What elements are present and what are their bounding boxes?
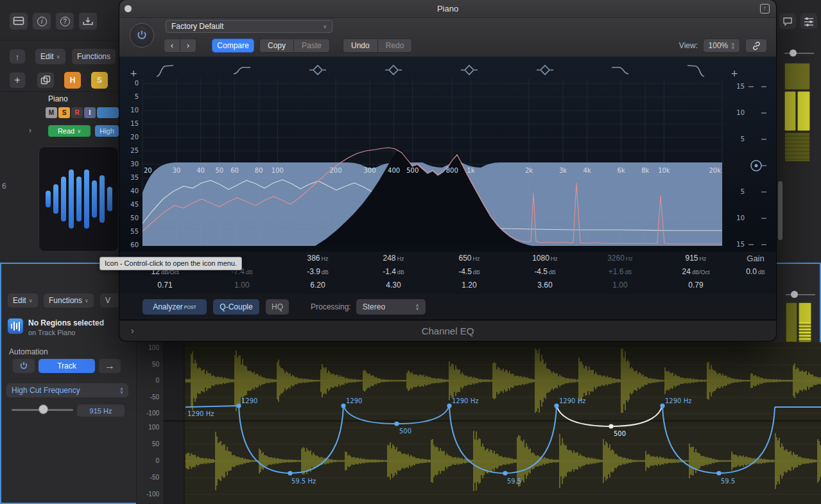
- automation-point[interactable]: [288, 471, 292, 475]
- band-frequency-value[interactable]: 915Hz: [661, 252, 731, 265]
- preset-dropdown[interactable]: Factory Default ∨: [166, 20, 333, 33]
- automation-power-toggle[interactable]: [13, 359, 35, 373]
- automation-point[interactable]: [236, 403, 241, 408]
- automation-point[interactable]: [609, 424, 613, 428]
- solo-button[interactable]: S: [58, 107, 70, 118]
- previous-preset-button[interactable]: ‹: [164, 39, 180, 52]
- edit-menu-button[interactable]: Edit ∨: [35, 49, 65, 64]
- audio-clip[interactable]: [799, 302, 811, 342]
- band-gain-value[interactable]: -3.9dB: [282, 265, 353, 279]
- mixer-button[interactable]: [800, 13, 818, 30]
- vertical-scrollbar[interactable]: [778, 181, 782, 240]
- view-controls: View: 100% ∧∨: [679, 39, 767, 53]
- track-header-extra-button[interactable]: [97, 107, 119, 118]
- add-band-icon[interactable]: +: [730, 68, 738, 78]
- media-browser-button[interactable]: [9, 12, 28, 30]
- functions-menu-button[interactable]: Functions: [72, 49, 116, 64]
- mute-button[interactable]: M: [46, 107, 57, 118]
- automation-lane-canvas[interactable]: 1290 Hz129059.5 Hz12905001290 Hz59.51290…: [163, 342, 821, 504]
- automation-param-pill[interactable]: High: [95, 125, 119, 137]
- band-q-value[interactable]: 1.20: [434, 279, 505, 292]
- band-gain-value[interactable]: -4.5dB: [510, 265, 580, 279]
- parameter-slider-knob[interactable]: [39, 404, 48, 414]
- band-frequency-value[interactable]: 1080Hz: [510, 252, 580, 265]
- redo-button[interactable]: Redo: [377, 39, 412, 52]
- paste-button[interactable]: Paste: [293, 39, 329, 52]
- automation-parameter-dropdown[interactable]: High Cut Frequency ∧∨: [6, 383, 128, 397]
- volume-slider-knob[interactable]: [791, 291, 798, 298]
- freq-tick-label: 3k: [559, 167, 567, 174]
- inspector-button[interactable]: i: [32, 12, 51, 30]
- solo-tracks-button[interactable]: S: [91, 72, 108, 89]
- toolbar-button[interactable]: [78, 12, 98, 30]
- band-frequency-value[interactable]: 3260Hz: [585, 252, 655, 265]
- track-volume-slider[interactable]: [786, 294, 815, 295]
- quick-help-button[interactable]: ?: [55, 12, 74, 30]
- automation-track-button[interactable]: Track: [39, 359, 95, 373]
- band-frequency-value[interactable]: 386Hz: [282, 252, 353, 265]
- plugin-titlebar[interactable]: Piano ↑: [119, 0, 776, 18]
- automation-point[interactable]: [660, 403, 664, 408]
- audio-clip[interactable]: [784, 91, 796, 131]
- duplicate-track-button[interactable]: [37, 72, 55, 89]
- eq-display[interactable]: 2030405060801002003004005008001k2k3k4k6k…: [119, 56, 776, 252]
- next-preset-button[interactable]: ›: [180, 39, 196, 52]
- automation-write-button[interactable]: →: [99, 359, 121, 373]
- automation-point[interactable]: [394, 421, 399, 426]
- input-monitor-button[interactable]: I: [84, 107, 96, 118]
- add-track-button[interactable]: +: [9, 72, 26, 89]
- band-gain-value[interactable]: -1.4dB: [358, 265, 429, 279]
- q-couple-button[interactable]: Q-Couple: [213, 299, 259, 315]
- copy-button[interactable]: Copy: [260, 39, 293, 52]
- band-q-value[interactable]: 6.20: [282, 279, 353, 292]
- band-q-value[interactable]: 3.60: [510, 279, 580, 292]
- audio-clip[interactable]: [784, 63, 810, 90]
- editor-view-menu-button[interactable]: V: [100, 293, 120, 308]
- band-gain-value[interactable]: -4.5dB: [434, 265, 505, 279]
- automation-mode-dropdown[interactable]: Read ∨: [48, 125, 91, 137]
- hide-tracks-button[interactable]: H: [64, 72, 81, 89]
- disclosure-icon[interactable]: ›: [29, 126, 31, 135]
- automation-point[interactable]: [341, 403, 345, 408]
- scroll-up-button[interactable]: ↑: [9, 49, 26, 64]
- track-icon-preview[interactable]: [39, 146, 119, 252]
- undo-button[interactable]: Undo: [343, 39, 377, 52]
- add-band-icon[interactable]: +: [130, 68, 137, 78]
- band-frequency-value[interactable]: 248Hz: [358, 252, 429, 265]
- ruler-label: 50: [152, 361, 159, 368]
- audio-clip[interactable]: [786, 302, 797, 342]
- band-q-value[interactable]: 1.00: [207, 279, 277, 292]
- hq-button[interactable]: HQ: [266, 299, 289, 315]
- band-q-value[interactable]: 0.79: [661, 279, 731, 292]
- band-frequency-value[interactable]: 650Hz: [434, 252, 505, 265]
- band-gain-value[interactable]: 24dB/Oct: [661, 265, 731, 279]
- footer-disclosure-icon[interactable]: ›: [131, 326, 134, 336]
- editor-edit-menu-button[interactable]: Edit ∨: [8, 293, 38, 308]
- audio-clip[interactable]: [784, 132, 810, 162]
- processing-dropdown[interactable]: Stereo ∧∨: [356, 299, 426, 315]
- plugin-power-button[interactable]: [130, 23, 154, 48]
- link-button[interactable]: [745, 39, 767, 53]
- analyzer-button[interactable]: AnalyzerPOST: [143, 299, 207, 315]
- close-button[interactable]: [125, 5, 132, 12]
- view-zoom-dropdown[interactable]: 100% ∧∨: [703, 39, 740, 53]
- track-volume-slider[interactable]: [784, 53, 814, 54]
- band-q-value[interactable]: 4.30: [358, 279, 429, 292]
- band-q-value[interactable]: 0.71: [130, 279, 200, 292]
- audio-clip[interactable]: [797, 91, 810, 131]
- band-gain-value[interactable]: +1.6dB: [585, 265, 655, 279]
- automation-point[interactable]: [716, 471, 721, 475]
- editor-functions-menu-button[interactable]: Functions ∨: [44, 293, 94, 308]
- track-name[interactable]: Piano: [48, 94, 68, 103]
- automation-point[interactable]: [447, 403, 451, 408]
- chat-button[interactable]: [779, 13, 797, 30]
- compare-button[interactable]: Compare: [212, 39, 254, 53]
- automation-point[interactable]: [503, 471, 507, 475]
- parameter-value-field[interactable]: 915 Hz: [77, 404, 125, 417]
- popout-button[interactable]: ↑: [760, 4, 770, 13]
- automation-point[interactable]: [554, 403, 558, 408]
- record-enable-button[interactable]: R: [71, 107, 83, 118]
- band-q-value[interactable]: 1.00: [585, 279, 655, 292]
- freq-tick-label: 1k: [467, 167, 474, 174]
- volume-slider-knob[interactable]: [790, 49, 797, 56]
